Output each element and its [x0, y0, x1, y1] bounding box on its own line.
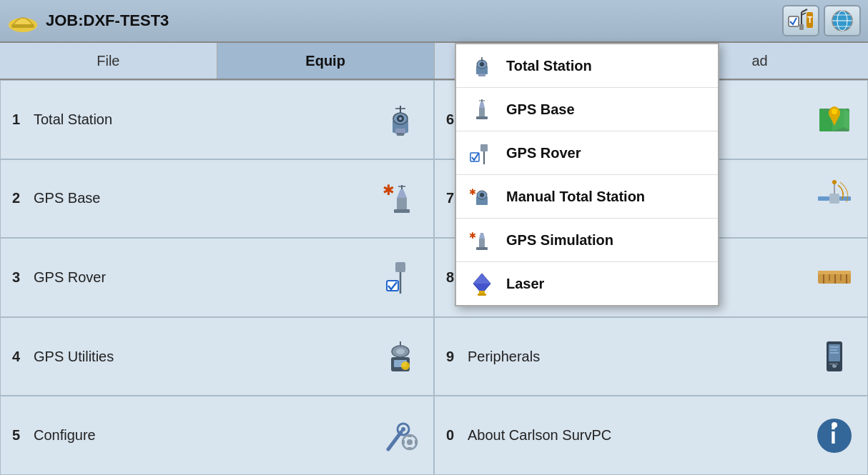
total-station-icon	[379, 98, 422, 141]
svg-point-79	[480, 62, 484, 66]
hardhat-icon	[7, 5, 39, 36]
svg-point-19	[399, 117, 402, 120]
svg-rect-35	[829, 194, 839, 204]
svg-rect-96	[476, 247, 488, 250]
item-label-about: About Carlson SurvPC	[468, 427, 813, 444]
svg-rect-6	[799, 24, 804, 30]
item-number-2: 2	[12, 190, 26, 206]
equip-dropdown: Total Station GPS Base GPS Rover	[455, 43, 719, 306]
gps-rover-icon	[379, 256, 422, 299]
svg-text:✱: ✱	[383, 182, 395, 198]
item-label-gps-rover: GPS Rover	[34, 269, 379, 286]
dropdown-label-gps-simulation: GPS Simulation	[506, 232, 613, 249]
tab-equip[interactable]: Equip	[217, 43, 435, 79]
svg-marker-99	[473, 274, 490, 284]
svg-rect-1	[11, 24, 34, 28]
dropdown-item-gps-rover[interactable]: GPS Rover	[456, 131, 718, 175]
item-number-5: 5	[12, 427, 26, 444]
item-number-4: 4	[12, 349, 26, 365]
menu-item-gps-rover[interactable]: 3 GPS Rover	[0, 238, 434, 317]
item-number-9: 9	[446, 349, 460, 365]
svg-rect-37	[839, 196, 851, 201]
dropdown-item-laser[interactable]: Laser	[456, 262, 718, 305]
svg-rect-88	[480, 144, 488, 151]
svg-point-55	[401, 361, 410, 370]
item-label-total-station: Total Station	[34, 111, 379, 128]
dropdown-label-total-station: Total Station	[506, 58, 592, 74]
dropdown-gps-base-icon	[468, 95, 496, 124]
svg-point-39	[832, 180, 837, 184]
dropdown-label-gps-rover: GPS Rover	[506, 145, 581, 161]
dropdown-manual-ts-icon: ✱	[468, 182, 496, 211]
gps-utilities-icon	[379, 335, 422, 378]
svg-rect-16	[397, 133, 404, 136]
dropdown-gps-sim-icon: ✱	[468, 226, 496, 254]
svg-text:T: T	[807, 15, 813, 25]
svg-marker-97	[479, 233, 485, 239]
svg-marker-84	[479, 102, 485, 108]
svg-rect-82	[479, 108, 485, 118]
globe-button[interactable]	[824, 5, 861, 36]
tabbar: File Equip Survey ad	[0, 43, 868, 80]
dropdown-item-manual-total-station[interactable]: ✱ Manual Total Station	[456, 175, 718, 219]
svg-rect-101	[478, 294, 486, 296]
item-number-1: 1	[12, 111, 26, 128]
menu-item-gps-utilities[interactable]: 4 GPS Utilities	[0, 317, 434, 396]
svg-rect-73	[415, 440, 418, 444]
dropdown-label-laser: Laser	[506, 276, 544, 292]
svg-point-28	[832, 109, 837, 114]
item-label-configure: Configure	[34, 427, 379, 444]
menu-item-configure[interactable]: 5 Configure	[0, 396, 434, 475]
menu-item-peripherals[interactable]: 9 Peripherals	[434, 317, 868, 396]
header: JOB:DXF-TEST3 T	[0, 0, 868, 43]
svg-rect-81	[478, 74, 485, 76]
svg-marker-32	[397, 189, 407, 198]
svg-rect-70	[408, 434, 412, 437]
configure-icon	[379, 414, 422, 457]
svg-rect-31	[394, 209, 410, 213]
about-icon: i	[813, 414, 856, 457]
item-label-gps-base: GPS Base	[34, 190, 379, 206]
item-number-0: 0	[446, 427, 460, 444]
svg-point-76	[832, 422, 837, 428]
dropdown-item-gps-base[interactable]: GPS Base	[456, 88, 718, 131]
dropdown-total-station-icon	[468, 51, 496, 80]
main-grid: 1 Total Station 6	[0, 80, 868, 475]
svg-rect-44	[818, 271, 851, 274]
menu-item-about[interactable]: 0 About Carlson SurvPC i	[434, 396, 868, 475]
item-number-3: 3	[12, 269, 26, 286]
tab-file[interactable]: File	[0, 43, 217, 79]
svg-rect-59	[829, 363, 833, 365]
svg-marker-25	[844, 109, 849, 130]
dropdown-gps-rover-icon	[468, 139, 496, 167]
tolerances-icon	[813, 256, 856, 299]
dropdown-label-gps-base: GPS Base	[506, 101, 575, 118]
svg-rect-36	[818, 196, 829, 201]
svg-rect-95	[479, 239, 485, 249]
dropdown-item-total-station[interactable]: Total Station	[456, 44, 718, 88]
svg-point-66	[401, 427, 405, 431]
header-buttons: T	[782, 5, 861, 36]
svg-line-4	[802, 9, 807, 12]
svg-rect-60	[834, 363, 838, 365]
menu-item-gps-base[interactable]: 2 GPS Base ✱	[0, 159, 434, 239]
job-title: JOB:DXF-TEST3	[46, 11, 782, 30]
item-label-gps-utilities: GPS Utilities	[34, 349, 379, 365]
peripherals-icon	[813, 335, 856, 378]
satellite-icon	[813, 177, 856, 220]
svg-rect-40	[395, 262, 405, 272]
item-label-peripherals: Peripherals	[468, 349, 813, 365]
svg-text:✱: ✱	[469, 231, 476, 241]
svg-rect-71	[408, 447, 412, 450]
dropdown-laser-icon	[468, 269, 496, 298]
gps-base-icon: ✱	[379, 177, 422, 220]
svg-point-69	[407, 439, 413, 445]
svg-rect-72	[402, 440, 405, 444]
svg-text:✱: ✱	[469, 187, 476, 197]
menu-item-total-station[interactable]: 1 Total Station	[0, 80, 434, 159]
svg-rect-83	[476, 116, 488, 119]
status-button[interactable]: T	[782, 5, 819, 36]
dropdown-item-gps-simulation[interactable]: ✱ GPS Simulation	[456, 219, 718, 262]
dropdown-label-manual-ts: Manual Total Station	[506, 189, 645, 205]
map-pin-icon	[813, 98, 856, 141]
